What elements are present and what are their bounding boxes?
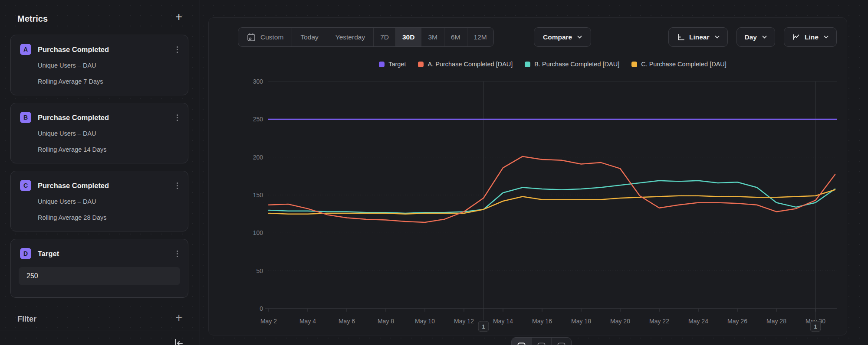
add-metric-icon[interactable]: + [175,11,182,23]
sidebar-divider [0,331,200,331]
annotation-badge-count: 1 [814,323,817,330]
y-axis-label: 250 [253,116,263,123]
y-axis-label: 0 [260,305,263,312]
y-axis-label: 200 [253,154,263,161]
x-axis-label: May 4 [299,318,316,325]
annotation-badge-count: 1 [482,323,485,330]
metric-badge-d: D [20,248,31,259]
x-axis-label: May 2 [260,318,277,325]
y-axis-label: 150 [253,192,263,199]
line-chart[interactable]: 050100150200250300May 2May 4May 6May 8Ma… [200,0,868,345]
metric-card-a[interactable]: A Purchase Completed Unique Users – DAU … [10,35,188,95]
series-line-c[interactable] [269,190,835,214]
x-axis-label: May 18 [571,318,591,325]
metric-title: Purchase Completed [38,114,109,122]
metric-title: Purchase Completed [38,46,109,54]
metric-card-b[interactable]: B Purchase Completed Unique Users – DAU … [10,103,188,163]
metric-measurement: Unique Users – DAU [38,62,96,69]
chart-panel: Custom Today Yesterday 7D 30D 3M 6M 12M … [200,0,868,345]
metric-rolling-average: Rolling Average 28 Days [38,214,107,221]
viz-line-button[interactable] [512,338,532,345]
metrics-sidebar: Metrics + A Purchase Completed Unique Us… [0,0,200,345]
metric-rolling-average: Rolling Average 7 Days [38,78,103,85]
more-options-icon[interactable] [173,44,181,55]
x-axis-label: May 20 [610,318,630,325]
more-options-icon[interactable] [173,180,181,191]
more-options-icon[interactable] [173,248,181,259]
metric-badge-c: C [20,180,31,191]
y-axis-label: 50 [256,267,263,274]
x-axis-label: May 24 [688,318,708,325]
metric-badge-a: A [20,44,31,55]
metric-title: Purchase Completed [38,182,109,190]
line-viz-icon [517,342,526,345]
viz-bar-button[interactable] [532,338,552,345]
metric-measurement: Unique Users – DAU [38,130,96,137]
bar-viz-icon [537,342,546,345]
more-options-icon[interactable] [173,112,181,123]
table-viz-icon [557,342,566,345]
x-axis-label: May 14 [493,318,513,325]
collapse-sidebar-icon[interactable] [173,337,185,345]
filter-section-title: Filter [17,315,36,324]
x-axis-label: May 16 [532,318,552,325]
metric-rolling-average: Rolling Average 14 Days [38,146,107,153]
metric-badge-b: B [20,112,31,123]
x-axis-label: May 12 [454,318,474,325]
x-axis-label: May 28 [766,318,786,325]
target-card[interactable]: D Target [10,239,188,298]
y-axis-label: 300 [253,78,263,85]
metric-card-c[interactable]: C Purchase Completed Unique Users – DAU … [10,171,188,231]
y-axis-label: 100 [253,229,263,236]
target-value-input[interactable] [19,267,180,285]
x-axis-label: May 6 [339,318,355,325]
viz-table-button[interactable] [552,338,571,345]
add-filter-icon[interactable]: + [175,312,182,324]
metric-measurement: Unique Users – DAU [38,198,96,205]
x-axis-label: May 26 [727,318,747,325]
target-title: Target [38,250,59,258]
x-axis-label: May 10 [415,318,435,325]
sidebar-title: Metrics [17,14,48,24]
x-axis-label: May 8 [378,318,394,325]
x-axis-label: May 22 [649,318,669,325]
visualization-toggle [511,337,572,345]
